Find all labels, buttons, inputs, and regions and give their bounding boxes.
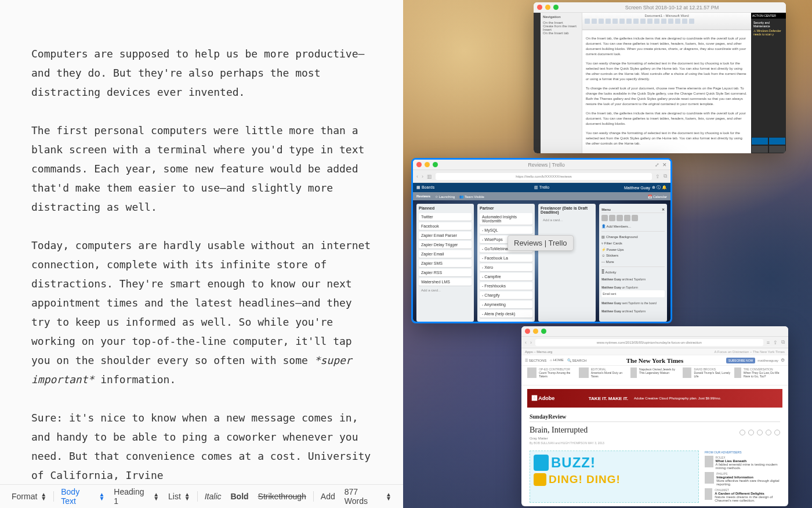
side-item[interactable]: PHILIPSIntegrated InformationMore effect… [705,472,780,486]
featured-item[interactable]: EDITORIALAmerica's Moral Duty on Taxes [579,368,627,383]
format-menu[interactable]: Format▲▼ [9,489,49,503]
card[interactable]: Zapier RSS [419,269,472,276]
ad-banner[interactable]: 🅰 Adobe TAKE IT. MAKE IT. Adobe Creative… [527,389,782,408]
close-icon[interactable]: ✕ [662,207,665,211]
account-button[interactable]: matthewguay [757,359,778,362]
nyt-logo[interactable]: The New York Times [626,357,684,364]
clock-icon [534,473,546,486]
card[interactable]: - MySQL [480,226,532,234]
forward-icon[interactable]: › [422,174,423,179]
list-freelancer[interactable]: Freelancer (Date is Draft Deadline) Add … [538,204,596,322]
add-button[interactable]: Add [318,489,338,503]
search-button[interactable]: 🔍 SEARCH [567,358,587,362]
home-button[interactable]: ⌂ HOME [550,358,563,362]
boards-button[interactable]: ▦ Boards [416,185,434,190]
window-word-screenshot[interactable]: Screen Shot 2018-10-12 at 12.21.57 PM Na… [534,2,786,153]
card[interactable]: Zapier SMS [419,260,472,267]
browser-toolbar: ‹ › ▥ https://trello.com/b/XXXXXX/review… [413,170,670,183]
word-count[interactable]: 877 Words▲▼ [342,485,394,508]
add-card[interactable]: Add a card... [419,287,472,293]
window-title-tooltip: Reviews | Trello [507,235,574,251]
activity-item: Matthew Guay sent Topsform to the board [601,299,665,307]
sections-button[interactable]: ☰ SECTIONS [525,358,546,362]
titlebar[interactable]: Reviews | Trello ⤢ ✕ [413,160,670,170]
add-card[interactable]: Add a card... [541,217,593,223]
card[interactable]: - Campfire [480,273,532,280]
section-name[interactable]: SundayReview [530,413,780,422]
subscribe-button[interactable]: SUBSCRIBE NOW [726,358,756,363]
side-item[interactable]: ROLEXWhat Lies BeneathA fabled emerald m… [705,456,780,470]
card[interactable]: - Facebook La [480,254,532,262]
list-partner[interactable]: Partner Automated Insights Wordsmith - M… [477,204,535,322]
bookmarks-bar[interactable]: Apps – Memo.orgA Focus on Distraction – … [521,348,788,355]
window-nytimes[interactable]: ‹ › www.nytimes.com/2013/05/05/opinion/s… [521,326,788,506]
side-item[interactable]: CHAUMETA Garden of Different DelightsNat… [705,488,780,502]
board-menu-panel[interactable]: Menu✕ 👤 Add Members... ▧ Change Backgrou… [599,204,667,322]
trello-board[interactable]: Planned Twitter Facebook Zapier Email Pa… [413,200,670,323]
reader-icon[interactable]: ≡ [767,340,770,345]
paragraph: Sure: it's nice to know when a new messa… [31,408,372,484]
trello-logo: ▥ Trello [534,185,549,190]
add-members-button[interactable]: 👤 Add Members... [601,223,665,229]
card[interactable]: - Anymeeting [480,301,532,308]
share-icon[interactable]: ⇪ [773,340,778,345]
share-icon[interactable]: ⇪ [655,174,660,179]
featured-row: OP-ED CONTRIBUTORCount Trump Among the T… [521,366,788,385]
tabs-icon[interactable]: ⧉ [781,339,785,345]
back-icon[interactable]: ‹ [525,340,527,345]
card[interactable]: Zapier Email Parser [419,232,472,239]
member-avatars [601,215,665,221]
titlebar[interactable]: Screen Shot 2018-10-12 at 12.21.57 PM [534,2,786,13]
card[interactable]: - Freshbooks [480,282,532,290]
sidebar-icon[interactable]: ▥ [427,174,432,179]
forward-icon[interactable]: › [530,340,532,345]
paragraph: The first personal computers were little… [31,121,372,217]
card[interactable]: - Atera (help desk) [480,310,532,318]
card[interactable]: - Chargify [480,291,532,299]
titlebar[interactable] [521,326,788,337]
paragraph: Computers are supposed to help us be mor… [31,44,372,102]
menu-item[interactable]: ☺ Stickers [601,253,665,258]
address-bar[interactable]: https://trello.com/b/XXXXXX/reviews [436,173,652,180]
menu-item[interactable]: ⋯ More [601,258,665,265]
card[interactable]: Zapier Delay Trigger [419,241,472,248]
menu-item[interactable]: ▧ Change Background [601,233,665,240]
article-kicker: Gray Matter [530,437,780,440]
strikethrough-button[interactable]: Strikethrough [256,489,309,503]
list-planned[interactable]: Planned Twitter Facebook Zapier Email Pa… [416,204,474,322]
menu-item[interactable]: ⚡ Power-Ups [601,246,665,253]
card[interactable]: Process Street [480,319,532,323]
card[interactable]: Watershed LMS [419,278,472,286]
activity-item: Matthew Guay archived Topsform [601,275,665,283]
featured-item[interactable]: OP-ED CONTRIBUTORCount Trump Among the T… [527,368,575,383]
back-icon[interactable]: ‹ [416,174,418,179]
editor-toolbar: Format▲▼ Body Text▲▼ Heading 1▲▼ List▲▼ … [0,484,403,508]
bold-button[interactable]: Bold [229,489,251,503]
social-links[interactable] [740,430,780,435]
board-header: Reviews ☆ Launching 👥 Team Visible 📅 Cal… [413,192,670,200]
user-menu[interactable]: Matthew Guay ⊕ ⓘ 🔔 [624,185,667,190]
activity-item: Matthew Guay on TopsformEmail sent [601,283,665,299]
card[interactable]: Facebook [419,222,472,230]
address-bar[interactable]: www.nytimes.com/2013/05/05/opinion/sunda… [535,339,763,346]
featured-item[interactable]: THE CONVERSATIONWhen They Go Low, Do We … [734,368,782,383]
featured-item[interactable]: Napoleon Owned Jewels by This Legendary … [630,368,679,383]
style-heading-1[interactable]: Heading 1▲▼ [111,485,161,508]
document-body[interactable]: Computers are supposed to help us be mor… [0,0,403,484]
style-list[interactable]: List▲▼ [166,489,193,503]
card[interactable]: - Xero [480,264,532,271]
style-body-text[interactable]: Body Text▲▼ [59,485,107,508]
featured-item[interactable]: DAVID BROOKSDonald Trump's Sad, Lonely L… [683,368,731,383]
fullscreen-icon[interactable]: ⤢ [655,162,659,168]
tabs-icon[interactable]: ⧉ [664,173,667,179]
menu-item[interactable]: ▿ Filter Cards [601,240,665,246]
traffic-lights[interactable] [537,5,559,10]
card[interactable]: Zapier Email [419,250,472,258]
card[interactable]: Twitter [419,213,472,221]
italic-button[interactable]: Italic [202,489,224,503]
traffic-lights[interactable] [416,162,438,167]
close-icon[interactable]: ✕ [662,162,667,168]
card[interactable]: Automated Insights Wordsmith [480,213,532,225]
traffic-lights[interactable] [525,329,546,334]
gear-icon[interactable]: ⚙ [781,358,785,363]
